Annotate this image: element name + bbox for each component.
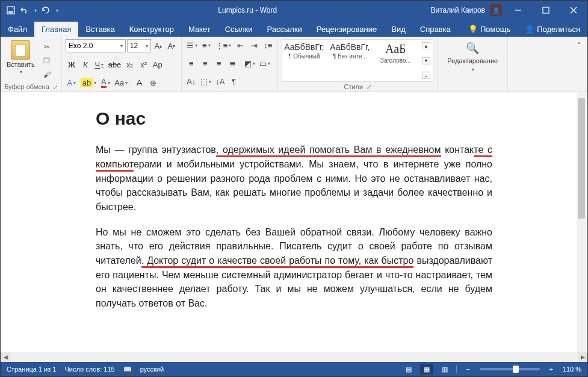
shading2-button[interactable]: ⬚▾ xyxy=(199,75,212,87)
undo-icon[interactable] xyxy=(20,6,28,14)
qat-customize-icon[interactable]: ▾ xyxy=(56,8,58,13)
highlight-button[interactable]: ab▾ xyxy=(79,76,97,89)
tab-design[interactable]: Конструктор xyxy=(122,22,181,37)
sort2-button[interactable]: ↓A xyxy=(214,75,226,87)
zoom-level[interactable]: 110 % xyxy=(563,366,581,373)
tab-help[interactable]: Справка xyxy=(413,22,458,37)
enclose-button[interactable]: ⊕ xyxy=(147,76,159,89)
word-count[interactable]: Число слов: 115 xyxy=(64,366,114,373)
font-size-combo[interactable]: 12▾ xyxy=(127,39,151,52)
superscript-button[interactable]: x² xyxy=(138,58,150,70)
align-center-button[interactable]: ≡ xyxy=(199,57,211,69)
char-scale-button[interactable]: A̶ xyxy=(133,76,145,89)
share-icon: 👤 xyxy=(525,25,534,34)
scroll-right-icon[interactable]: ▶ xyxy=(578,352,587,362)
underlined-text: , одержимых идеей помогать Вам в ежеднев… xyxy=(216,145,441,157)
text-effects-button[interactable]: A▾ xyxy=(66,76,78,89)
document-page[interactable]: О нас Мы — группа энтузиастов, одержимых… xyxy=(17,105,571,311)
slider-thumb[interactable] xyxy=(513,366,519,373)
align-right-button[interactable]: ≡ xyxy=(213,57,225,69)
copy-icon[interactable]: ❐ xyxy=(41,55,53,66)
clipboard-icon xyxy=(11,40,30,60)
minimize-button[interactable] xyxy=(504,1,532,20)
window-title: Lumpics.ru - Word xyxy=(64,6,430,14)
save-icon[interactable] xyxy=(7,6,15,14)
editing-button[interactable]: 🔍 Редактирование ▾ xyxy=(441,39,504,75)
share-button[interactable]: 👤Поделиться xyxy=(518,22,587,37)
bold-button[interactable]: Ж xyxy=(66,58,78,70)
gallery-more-icon[interactable]: ⌄ xyxy=(422,72,430,79)
numbering-button[interactable]: ≡▾ xyxy=(200,39,212,51)
format-painter-icon[interactable]: 🖌 xyxy=(41,69,53,80)
grow-font-button[interactable]: A▴ xyxy=(152,40,164,52)
sort-button[interactable]: A↓ xyxy=(185,75,197,87)
shrink-font-button[interactable]: A▾ xyxy=(166,40,178,52)
justify-button[interactable]: ≣ xyxy=(227,57,239,69)
style-gallery[interactable]: АаБбВвГг,¶ Обычный АаБбВвГг,¶ Без инте..… xyxy=(282,39,433,82)
tab-insert[interactable]: Вставка xyxy=(78,22,122,37)
undo-more-icon[interactable]: ▾ xyxy=(34,8,37,13)
group-editing: 🔍 Редактирование ▾ xyxy=(438,37,508,92)
strike-button[interactable]: abc xyxy=(107,58,122,70)
line-spacing-button[interactable]: ↕≡ xyxy=(262,39,274,51)
dialog-launcher-icon[interactable]: ⤢ xyxy=(367,84,371,90)
paragraph-1[interactable]: Мы — группа энтузиастов, одержимых идеей… xyxy=(96,143,492,214)
zoom-out-button[interactable]: − xyxy=(462,364,475,375)
underline-button[interactable]: Ч▾ xyxy=(93,58,105,70)
clipboard-group-label: Буфер обмена xyxy=(4,83,49,90)
user-avatar-icon[interactable]: 👤 xyxy=(490,4,502,16)
gallery-up-icon[interactable]: ▴ xyxy=(422,42,430,49)
lightbulb-icon: 💡 xyxy=(468,25,478,34)
zoom-slider[interactable] xyxy=(480,368,540,370)
font-name-combo[interactable]: Exo 2.0▾ xyxy=(66,39,126,52)
proofing-icon[interactable]: 📖 xyxy=(123,366,132,373)
page-indicator[interactable]: Страница 1 из 1 xyxy=(7,366,56,373)
print-layout-icon[interactable]: ▦ xyxy=(420,364,433,375)
vertical-scrollbar[interactable] xyxy=(577,92,586,352)
italic-button[interactable]: К xyxy=(79,58,91,70)
tab-mailings[interactable]: Рассылки xyxy=(259,22,309,37)
zoom-in-button[interactable]: + xyxy=(545,364,558,375)
change-case-button[interactable]: Aa▾ xyxy=(113,76,129,89)
tab-view[interactable]: Вид xyxy=(384,22,413,37)
scroll-thumb[interactable] xyxy=(578,98,585,219)
horizontal-scrollbar[interactable]: ◀ ▶ xyxy=(1,352,587,362)
tell-me-button[interactable]: 💡Помощь xyxy=(461,22,518,37)
cut-icon[interactable]: ✂ xyxy=(41,42,53,52)
clear-format-button[interactable]: Ap xyxy=(152,58,164,70)
paragraph-2[interactable]: Но мы не сможем это сделать без Вашей об… xyxy=(96,225,492,311)
paste-label: Вставить xyxy=(7,61,35,68)
gallery-down-icon[interactable]: ▾ xyxy=(422,57,430,64)
decrease-indent-button[interactable]: ⇤ xyxy=(234,39,246,51)
collapse-ribbon-icon[interactable]: ˄ xyxy=(573,39,585,51)
show-marks-button[interactable]: ¶ xyxy=(228,75,240,87)
style-nospacing[interactable]: АаБбВвГг,¶ Без инте... xyxy=(329,41,370,80)
web-layout-icon[interactable]: ▥ xyxy=(438,364,451,375)
tab-layout[interactable]: Макет xyxy=(181,22,218,37)
tab-references[interactable]: Ссылки xyxy=(218,22,260,37)
borders-button[interactable]: ▭▾ xyxy=(258,57,271,69)
bullets-button[interactable]: ☰▾ xyxy=(185,39,199,51)
increase-indent-button[interactable]: ⇥ xyxy=(248,39,260,51)
heading-1[interactable]: О нас xyxy=(96,105,492,132)
shading-button[interactable]: ◩▾ xyxy=(243,57,256,69)
maximize-button[interactable] xyxy=(532,1,560,20)
user-area[interactable]: Виталий Каиров 👤 xyxy=(430,4,504,16)
style-heading1[interactable]: АаБЗаголово... xyxy=(375,41,416,80)
document-area[interactable]: О нас Мы — группа энтузиастов, одержимых… xyxy=(1,92,587,352)
read-mode-icon[interactable]: ▤ xyxy=(402,364,415,375)
tab-review[interactable]: Рецензирование xyxy=(309,22,384,37)
paste-button[interactable]: Вставить ▾ xyxy=(4,39,37,82)
tab-file[interactable]: Файл xyxy=(1,22,34,37)
font-color-button[interactable]: A▾ xyxy=(99,76,111,89)
style-normal[interactable]: АаБбВвГг,¶ Обычный xyxy=(283,41,324,80)
align-left-button[interactable]: ≡ xyxy=(185,57,197,69)
scroll-left-icon[interactable]: ◀ xyxy=(1,352,10,362)
redo-icon[interactable] xyxy=(42,6,50,14)
close-button[interactable] xyxy=(560,1,587,20)
dialog-launcher-icon[interactable]: ⤢ xyxy=(53,84,58,90)
language-indicator[interactable]: русский xyxy=(140,366,164,373)
multilevel-button[interactable]: ⋮≡▾ xyxy=(214,39,233,51)
subscript-button[interactable]: x₂ xyxy=(124,58,136,70)
tab-home[interactable]: Главная xyxy=(34,22,78,37)
